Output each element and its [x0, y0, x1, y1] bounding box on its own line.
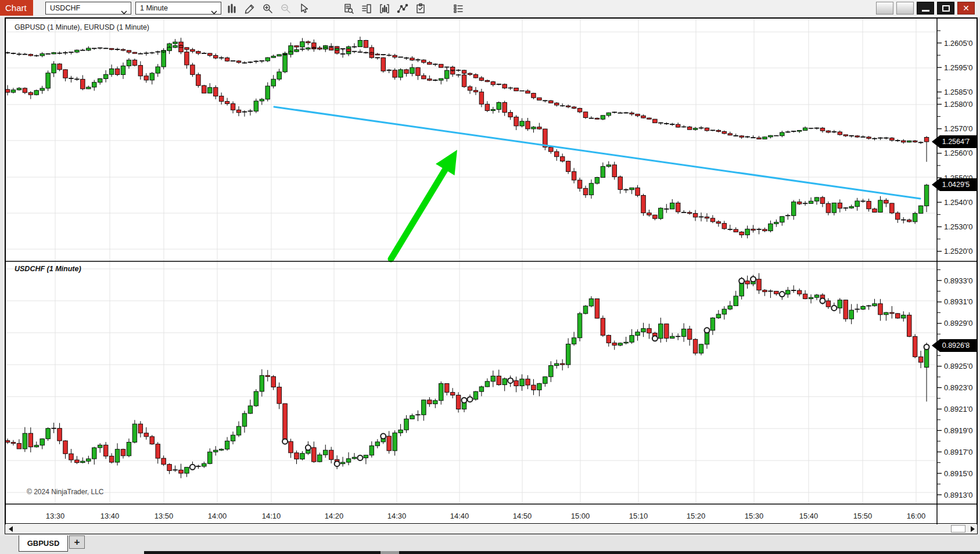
time-axis-label: 13:30	[46, 512, 65, 520]
price-axis-label: 1.2595'0	[944, 63, 972, 72]
price-axis-label: 1.2570'0	[944, 124, 972, 133]
time-axis-label: 15:50	[853, 512, 873, 520]
time-axis-label: 13:40	[100, 512, 120, 520]
time-axis-label: 14:00	[208, 512, 227, 520]
price-axis-label: 0.8931'0	[944, 297, 972, 306]
panel-title-bottom: USDCHF (1 Minute)	[15, 265, 81, 273]
tab-gbpusd[interactable]: GBPUSD	[19, 535, 68, 552]
copyright-text: © 2024 NinjaTrader, LLC	[27, 488, 103, 496]
price-axis-label: 1.2540'0	[944, 198, 972, 207]
background-window-edge	[144, 551, 980, 554]
time-axis-label: 14:50	[513, 512, 532, 520]
time-axis-label: 14:10	[262, 512, 281, 520]
price-badge: 0.8926'8	[932, 339, 977, 352]
price-axis-label: 1.2605'0	[944, 39, 972, 48]
price-axis-label: 0.8933'0	[944, 276, 972, 285]
price-badge: 1.2564'7	[932, 135, 977, 148]
price-axis-label: 0.8919'0	[944, 426, 972, 435]
price-axis-label: 0.8921'0	[944, 405, 972, 413]
time-axis-label: 14:20	[325, 512, 344, 520]
price-axis-label: 1.2580'0	[944, 100, 972, 109]
chart-canvas[interactable]: 1.2605'01.2595'01.2585'01.2580'01.2570'0…	[0, 0, 980, 554]
price-axis-label: 0.8929'0	[944, 319, 972, 328]
time-axis-label: 15:30	[745, 512, 764, 520]
price-axis-label: 1.2560'0	[944, 149, 972, 157]
price-axis-label: 1.2520'0	[944, 247, 972, 256]
time-axis-label: 14:30	[387, 512, 407, 520]
price-axis-label: 1.2585'0	[944, 88, 972, 96]
price-badge: 1.0429'5	[932, 178, 977, 191]
time-axis-label: 15:40	[799, 512, 819, 520]
background-window-edge-notch	[380, 551, 399, 554]
scroll-left-icon[interactable]	[9, 526, 13, 532]
time-axis-label: 15:10	[629, 512, 648, 520]
scroll-right-icon[interactable]	[971, 526, 975, 532]
price-axis-label: 0.8923'0	[944, 383, 972, 392]
price-axis-label: 0.8917'0	[944, 448, 972, 456]
chart-window: Chart USDCHF 1 Minute	[0, 0, 980, 554]
time-axis-label: 15:20	[687, 512, 706, 520]
panel-title-top: GBPUSD (1 Minute), EURUSD (1 Minute)	[15, 23, 149, 31]
price-axis-label: 0.8913'0	[944, 491, 972, 499]
add-tab-button[interactable]: +	[69, 535, 85, 549]
price-axis-label: 0.8915'0	[944, 469, 972, 478]
scrollbar-thumb[interactable]	[951, 525, 965, 533]
time-axis-label: 16:00	[907, 512, 926, 520]
time-axis-label: 15:00	[571, 512, 590, 520]
price-axis-label: 1.2530'0	[944, 222, 972, 231]
horizontal-scrollbar[interactable]	[5, 524, 977, 534]
price-axis-label: 0.8925'0	[944, 362, 972, 370]
time-axis-label: 13:50	[155, 512, 174, 520]
time-axis-label: 14:40	[450, 512, 469, 520]
